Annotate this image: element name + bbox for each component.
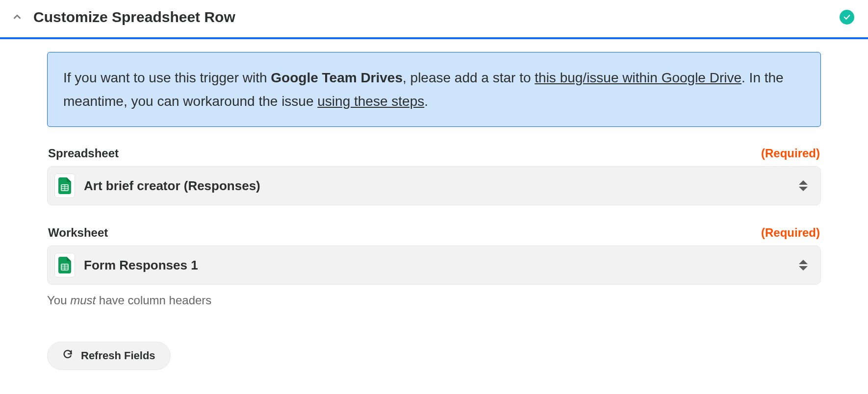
worksheet-select[interactable]: Form Responses 1 [47, 246, 821, 285]
section-title: Customize Spreadsheet Row [33, 9, 235, 25]
field-spreadsheet: Spreadsheet (Required) Art brief creator… [47, 147, 821, 205]
required-badge: (Required) [761, 226, 820, 240]
spreadsheet-select[interactable]: Art brief creator (Responses) [47, 166, 821, 205]
field-worksheet: Worksheet (Required) Form Responses 1 [47, 226, 821, 307]
refresh-icon [62, 349, 73, 363]
banner-text-mid: , please add a star to [403, 70, 535, 85]
banner-text-bold: Google Team Drives [271, 70, 403, 85]
help-pre: You [47, 294, 70, 307]
field-label: Worksheet [48, 226, 108, 240]
banner-link-steps[interactable]: using these steps [317, 94, 424, 109]
section-header: Customize Spreadsheet Row [0, 0, 868, 37]
label-row: Spreadsheet (Required) [47, 147, 821, 160]
banner-text-pre: If you want to use this trigger with [63, 70, 271, 85]
status-complete-icon [840, 10, 854, 25]
select-value: Art brief creator (Responses) [84, 178, 798, 194]
sort-caret-icon [798, 258, 809, 272]
field-label: Spreadsheet [48, 147, 119, 160]
refresh-fields-button[interactable]: Refresh Fields [47, 342, 171, 370]
google-sheets-icon [54, 173, 75, 198]
label-row: Worksheet (Required) [47, 226, 821, 240]
required-badge: (Required) [761, 147, 820, 160]
help-text: You must have column headers [47, 294, 821, 307]
refresh-label: Refresh Fields [81, 349, 155, 362]
banner-text-post: . [424, 94, 428, 109]
info-banner: If you want to use this trigger with Goo… [47, 52, 821, 127]
content-area: If you want to use this trigger with Goo… [0, 39, 868, 390]
google-sheets-icon [54, 253, 75, 277]
sort-caret-icon [798, 178, 809, 193]
banner-link-bug[interactable]: this bug/issue within Google Drive [535, 70, 741, 85]
help-post: have column headers [96, 294, 211, 307]
help-em: must [70, 294, 96, 307]
chevron-up-icon[interactable] [11, 11, 24, 24]
select-value: Form Responses 1 [84, 258, 798, 273]
